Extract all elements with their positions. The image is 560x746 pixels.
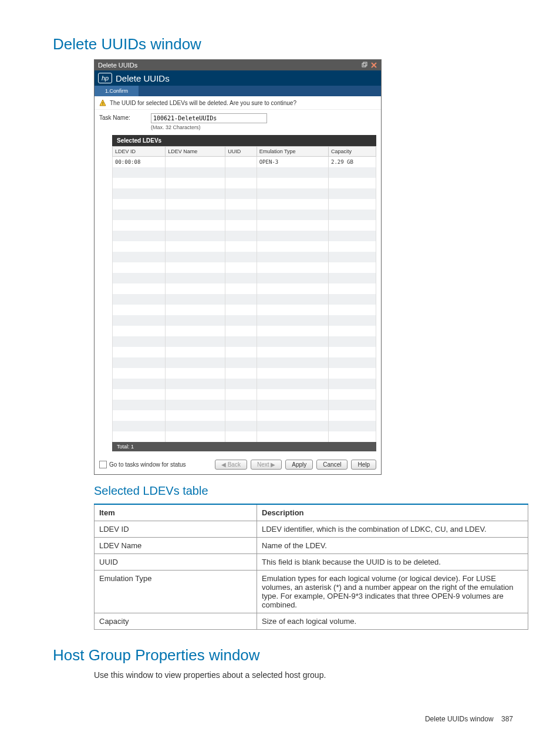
table-cell	[166, 188, 225, 199]
table-cell	[225, 357, 257, 368]
table-cell	[328, 357, 376, 368]
table-cell	[225, 336, 257, 347]
cancel-button[interactable]: Cancel	[316, 460, 348, 470]
table-cell	[257, 188, 328, 199]
table-cell	[257, 167, 328, 178]
tab-confirm[interactable]: 1.Confirm	[95, 86, 139, 96]
table-cell	[257, 326, 328, 336]
table-row: CapacitySize of each logical volume.	[95, 613, 528, 630]
table-cell	[257, 220, 328, 231]
apply-button[interactable]: Apply	[285, 460, 313, 470]
table-cell	[113, 421, 166, 431]
delete-uuids-window: Delete UUIDs hp Delete UUIDs 1.Confirm !…	[94, 59, 382, 475]
go-to-tasks-checkbox[interactable]	[99, 461, 107, 468]
table-cell	[113, 294, 166, 305]
table-row	[113, 305, 376, 315]
table-cell	[257, 400, 328, 410]
table-cell	[328, 188, 376, 199]
svg-text:!: !	[102, 101, 103, 106]
table-row	[113, 167, 376, 178]
selected-ldevs-total: Total: 1	[112, 442, 376, 451]
table-row	[113, 336, 376, 347]
host-group-intro-text: Use this window to view properties about…	[94, 670, 525, 680]
table-cell	[257, 294, 328, 305]
table-cell	[257, 368, 328, 379]
table-row	[113, 283, 376, 294]
table-row	[113, 315, 376, 326]
table-cell	[225, 431, 257, 442]
svg-rect-0	[362, 63, 366, 67]
table-cell	[257, 315, 328, 326]
table-cell: 00:00:08	[113, 157, 166, 168]
table-cell	[225, 199, 257, 210]
table-cell	[328, 199, 376, 210]
table-cell	[328, 379, 376, 389]
next-button[interactable]: Next ▶	[251, 460, 282, 470]
window-titlebar: Delete UUIDs	[95, 60, 381, 70]
table-row	[113, 357, 376, 368]
table-cell	[257, 241, 328, 252]
table-cell	[328, 273, 376, 283]
table-row: UUIDThis field is blank because the UUID…	[95, 554, 528, 571]
table-row	[113, 400, 376, 410]
table-cell	[166, 167, 225, 178]
back-button[interactable]: ◀ Back	[215, 460, 247, 470]
table-cell	[225, 283, 257, 294]
table-cell	[328, 294, 376, 305]
warning-row: ! The UUID for selected LDEVs will be de…	[95, 96, 381, 110]
table-cell	[225, 273, 257, 283]
table-row: LDEV IDLDEV identifier, which is the com…	[95, 521, 528, 538]
restore-icon[interactable]	[361, 62, 368, 69]
table-cell	[113, 326, 166, 336]
close-icon[interactable]	[370, 62, 377, 69]
table-cell	[113, 188, 166, 199]
col-ldev-name: LDEV Name	[166, 147, 225, 157]
table-cell	[113, 210, 166, 220]
table-cell	[257, 389, 328, 400]
task-name-input[interactable]	[151, 113, 267, 123]
table-cell	[328, 220, 376, 231]
table-cell	[166, 157, 225, 168]
table-cell	[166, 431, 225, 442]
task-name-label: Task Name:	[99, 113, 151, 121]
table-cell	[113, 220, 166, 231]
desc-description: LDEV identifier, which is the combinatio…	[257, 521, 528, 538]
table-cell	[328, 336, 376, 347]
table-cell	[225, 347, 257, 357]
desc-item: Emulation Type	[95, 571, 257, 613]
help-button[interactable]: Help	[351, 460, 376, 470]
warning-text: The UUID for selected LDEVs will be dele…	[110, 100, 296, 106]
table-cell	[166, 400, 225, 410]
table-cell	[166, 347, 225, 357]
table-cell	[113, 315, 166, 326]
table-cell	[113, 431, 166, 442]
table-cell	[257, 231, 328, 241]
heading-delete-uuids-window: Delete UUIDs window	[53, 35, 525, 53]
hp-logo-icon: hp	[98, 73, 112, 83]
table-cell	[328, 326, 376, 336]
table-cell	[166, 379, 225, 389]
table-cell	[113, 167, 166, 178]
desc-head-item: Item	[95, 504, 257, 521]
table-row	[113, 368, 376, 379]
table-cell	[257, 273, 328, 283]
col-ldev-id: LDEV ID	[113, 147, 166, 157]
window-heading-text: Delete UUIDs	[116, 73, 170, 83]
table-cell	[225, 241, 257, 252]
table-cell	[328, 305, 376, 315]
page-footer: Delete UUIDs window 387	[53, 715, 525, 723]
footer-page-number: 387	[501, 715, 513, 723]
table-cell	[328, 241, 376, 252]
table-cell	[328, 178, 376, 188]
table-row	[113, 431, 376, 442]
table-cell	[166, 220, 225, 231]
table-cell	[113, 178, 166, 188]
table-cell	[166, 178, 225, 188]
window-title: Delete UUIDs	[98, 62, 137, 69]
table-row	[113, 379, 376, 389]
table-cell	[113, 231, 166, 241]
table-cell	[328, 347, 376, 357]
table-cell	[113, 199, 166, 210]
table-cell	[257, 336, 328, 347]
desc-item: UUID	[95, 554, 257, 571]
